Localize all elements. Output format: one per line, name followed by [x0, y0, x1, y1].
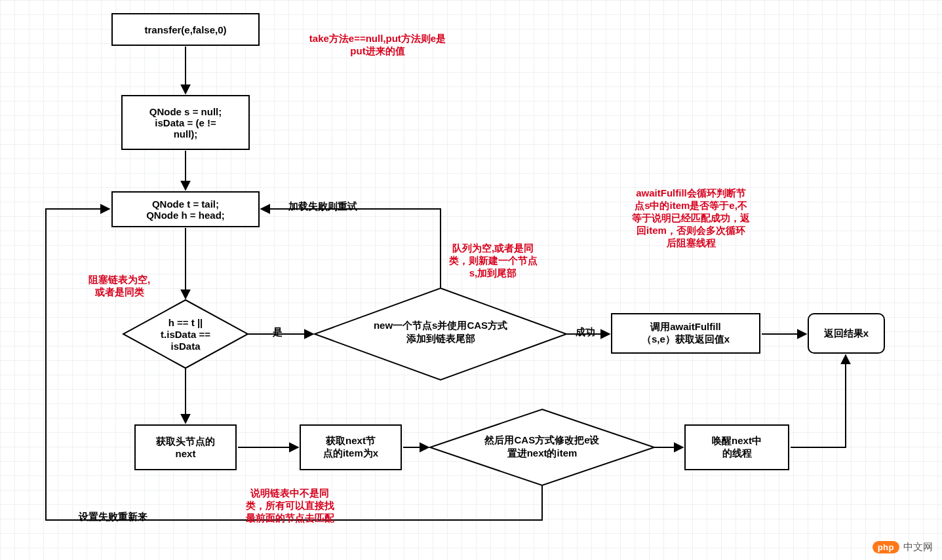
annotation-queue: 队列为空,或者是同 类，则新建一个节点 s,加到尾部 — [427, 242, 559, 280]
watermark-pill: php — [873, 541, 899, 553]
flowchart-stage: h == t || t.isData == isData new一个节点s并使用… — [0, 0, 942, 560]
decision-condition-text-l1: h == t || — [168, 317, 203, 328]
decision-new-node — [315, 288, 566, 380]
edge-label-success: 成功 — [576, 326, 595, 339]
decision-cas-set-text-l2: 置进next的item — [507, 447, 578, 458]
edge-wake-return — [791, 355, 846, 447]
node-loop: QNode t = tail; QNode h = head; — [111, 191, 260, 227]
watermark: php 中文网 — [873, 541, 933, 553]
decision-new-node-text-l2: 添加到链表尾部 — [406, 333, 475, 344]
watermark-text: 中文网 — [903, 541, 933, 553]
edge-label-retry-set: 设置失败重新来 — [79, 511, 147, 523]
node-start: transfer(e,false,0) — [111, 13, 260, 46]
decision-condition-text-l3: isData — [170, 341, 201, 352]
node-wake: 唤醒next中 的线程 — [684, 424, 789, 470]
node-gethead: 获取头节点的 next — [134, 424, 237, 470]
annotation-take: take方法e==null,put方法则e是 put进来的值 — [286, 33, 469, 58]
decision-cas-set — [430, 409, 654, 485]
node-init: QNode s = null; isData = (e != null); — [121, 95, 250, 150]
edge-label-retry-load: 加载失败则重试 — [288, 200, 357, 213]
annotation-explain: 说明链表中不是同 类，所有可以直接找 最前面的节点去匹配 — [224, 487, 355, 525]
annotation-await: awaitFulfill会循环判断节 点s中的item是否等于e,不 等于说明已… — [606, 187, 776, 250]
decision-cas-set-text-l1: 然后用CAS方式修改把e设 — [484, 434, 600, 445]
decision-condition — [123, 300, 248, 368]
decision-new-node-text-l1: new一个节点s并使用CAS方式 — [374, 320, 507, 331]
annotation-empty: 阻塞链表为空, 或者是同类 — [73, 274, 165, 299]
edge-new-retry — [261, 209, 441, 288]
edge-label-yes: 是 — [273, 326, 283, 339]
node-await: 调用awaitFulfill （s,e）获取返回值x — [611, 313, 760, 354]
node-getitem: 获取next节 点的item为x — [300, 424, 402, 470]
node-return: 返回结果x — [808, 313, 885, 354]
decision-condition-text-l2: t.isData == — [161, 329, 210, 340]
